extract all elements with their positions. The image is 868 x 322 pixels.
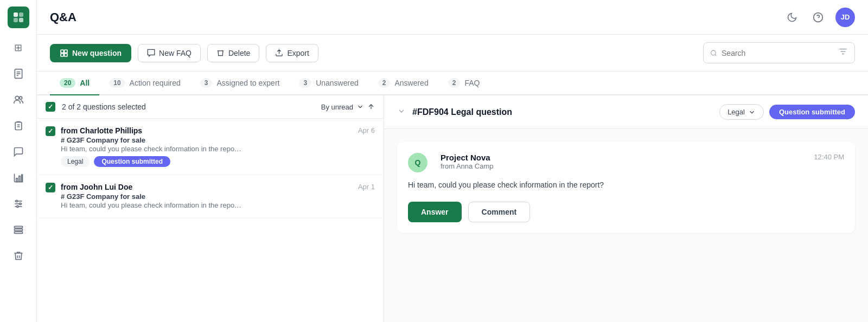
item-2-subject: # G23F Company for sale — [61, 192, 375, 201]
svg-rect-3 — [19, 18, 23, 22]
select-all-checkbox[interactable] — [46, 102, 55, 112]
main-content: Q&A JD New question New FAQ Delete Expor… — [37, 0, 868, 322]
help-icon[interactable] — [809, 9, 827, 26]
chat-icon[interactable] — [8, 141, 29, 163]
users-icon[interactable] — [8, 89, 29, 111]
svg-rect-15 — [16, 178, 17, 182]
svg-line-35 — [715, 54, 716, 55]
tab-action-required[interactable]: 10 Action required — [99, 72, 190, 95]
svg-rect-1 — [19, 12, 23, 17]
svg-rect-30 — [61, 53, 63, 56]
trash-icon[interactable] — [8, 245, 29, 267]
item-1-subject: # G23F Company for sale — [61, 136, 375, 144]
item-2-checkbox[interactable] — [46, 183, 55, 192]
list-item[interactable]: from Joohn Lui Doe Apr 1 # G23F Company … — [37, 175, 384, 218]
sidebar: ⊞ — [0, 0, 37, 322]
message-time: 12:40 PM — [814, 153, 844, 161]
list-icon[interactable] — [8, 219, 29, 241]
item-1-date: Apr 6 — [358, 126, 375, 135]
tab-faq-badge: 2 — [448, 78, 461, 88]
svg-rect-25 — [14, 229, 22, 230]
search-input[interactable] — [722, 49, 834, 57]
header: Q&A JD — [37, 0, 868, 35]
chevron-left-icon[interactable] — [397, 107, 406, 118]
detail-panel: #FDF904 Legal question Legal Question su… — [384, 95, 868, 322]
detail-actions: Legal Question submitted — [719, 104, 855, 120]
svg-point-22 — [19, 203, 21, 204]
search-icon — [710, 49, 717, 57]
sort-arrow-icon — [367, 103, 375, 111]
tab-answered[interactable]: 2 Answered — [368, 72, 438, 95]
user-avatar[interactable]: JD — [835, 8, 855, 27]
comment-button[interactable]: Comment — [468, 202, 531, 222]
svg-point-8 — [15, 96, 19, 100]
message-buttons: Answer Comment — [408, 202, 844, 222]
message-body: Hi team, could you please check informat… — [408, 179, 844, 191]
message-from: from Anna Camp — [441, 162, 494, 170]
list-item[interactable]: from Charlotte Phillips Apr 6 # G23F Com… — [37, 119, 384, 175]
svg-rect-10 — [15, 122, 22, 130]
toolbar: New question New FAQ Delete Export — [37, 35, 868, 72]
svg-rect-0 — [14, 12, 18, 17]
item-1-from: from Charlotte Phillips — [61, 126, 142, 135]
tab-unanswered[interactable]: 3 Unanswered — [289, 72, 368, 95]
svg-point-21 — [16, 200, 17, 202]
grid-icon[interactable]: ⊞ — [8, 37, 29, 59]
tab-assigned-badge: 3 — [200, 78, 213, 88]
item-1-tag: Legal — [61, 156, 90, 167]
search-box — [703, 42, 855, 63]
tab-answered-badge: 2 — [378, 78, 391, 88]
new-question-button[interactable]: New question — [50, 44, 131, 62]
tab-action-badge: 10 — [109, 78, 125, 88]
list-panel: 2 of 2 questions selected By unread from… — [37, 95, 384, 322]
delete-button[interactable]: Delete — [207, 44, 259, 62]
document-icon[interactable] — [8, 63, 29, 85]
tab-assigned-to-expert[interactable]: 3 Assigned to expert — [190, 72, 290, 95]
tab-all[interactable]: 20 All — [50, 72, 99, 95]
svg-rect-16 — [18, 176, 20, 182]
svg-rect-24 — [14, 226, 22, 228]
message-card: Q Project Nova from Anna Camp 12:40 PM H… — [397, 142, 855, 233]
svg-rect-17 — [21, 175, 22, 182]
detail-header: #FDF904 Legal question Legal Question su… — [384, 95, 868, 129]
message-author: Project Nova from Anna Camp — [441, 153, 494, 170]
chevron-down-icon — [356, 103, 364, 111]
svg-rect-2 — [14, 18, 18, 22]
message-avatar: Q — [408, 153, 427, 172]
filter-columns-icon[interactable] — [838, 47, 848, 59]
detail-title-row: #FDF904 Legal question — [397, 107, 512, 118]
tag-dropdown[interactable]: Legal — [719, 104, 764, 120]
clipboard-icon[interactable] — [8, 115, 29, 137]
tab-unanswered-badge: 3 — [299, 78, 311, 88]
selected-count: 2 of 2 questions selected — [62, 102, 146, 111]
tabs-bar: 20 All 10 Action required 3 Assigned to … — [37, 72, 868, 95]
question-list: from Charlotte Phillips Apr 6 # G23F Com… — [37, 119, 384, 322]
svg-point-23 — [16, 205, 18, 207]
detail-status-badge: Question submitted — [769, 105, 855, 119]
svg-rect-32 — [65, 53, 67, 56]
dropdown-chevron-icon — [748, 108, 756, 116]
bar-chart-icon[interactable] — [8, 167, 29, 189]
message-project: Project Nova — [441, 153, 494, 162]
settings-icon[interactable] — [8, 193, 29, 215]
detail-content: Q Project Nova from Anna Camp 12:40 PM H… — [384, 129, 868, 322]
svg-rect-26 — [14, 231, 22, 233]
sort-button[interactable]: By unread — [321, 103, 375, 111]
new-faq-button[interactable]: New FAQ — [138, 44, 201, 62]
item-1-checkbox[interactable] — [46, 126, 55, 136]
message-header: Q Project Nova from Anna Camp 12:40 PM — [408, 153, 844, 172]
tab-faq[interactable]: 2 FAQ — [438, 72, 490, 95]
item-2-preview: Hi team, could you please check informat… — [61, 201, 375, 210]
svg-rect-31 — [65, 50, 67, 53]
answer-button[interactable]: Answer — [408, 202, 462, 222]
tab-all-badge: 20 — [60, 78, 75, 88]
item-1-preview: Hi team, could you please check informat… — [61, 144, 375, 154]
item-1-tags: Legal Question submitted — [61, 156, 375, 167]
list-header: 2 of 2 questions selected By unread — [37, 95, 384, 119]
export-button[interactable]: Export — [266, 44, 318, 62]
item-1-badge: Question submitted — [94, 156, 170, 167]
dark-mode-icon[interactable] — [783, 9, 801, 26]
app-logo[interactable] — [8, 7, 29, 28]
detail-ticket-id: #FDF904 Legal question — [412, 107, 512, 117]
item-2-from: from Joohn Lui Doe — [61, 183, 132, 191]
